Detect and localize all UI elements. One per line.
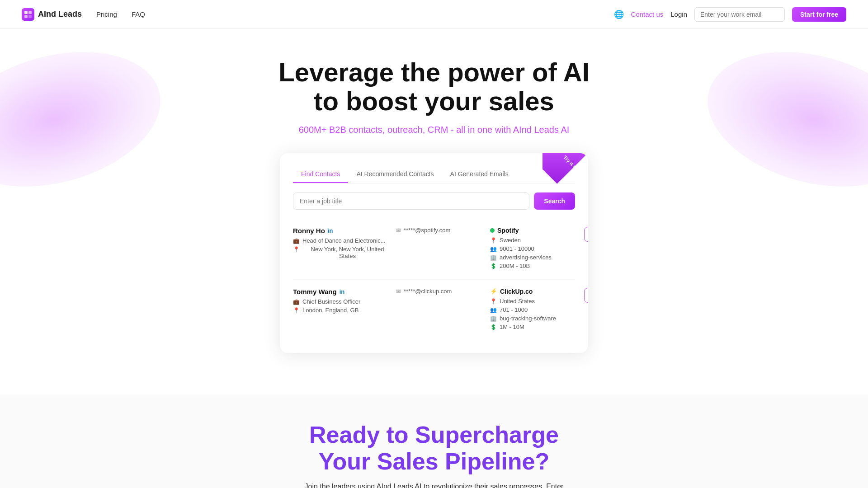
demo-container: Try it now Find Contacts AI Recommended … (22, 153, 846, 353)
globe-button[interactable]: 🌐 (614, 9, 624, 19)
contact-company-1: Spotify 📍 Sweden 👥 9001 - 10000 🏢 advert… (490, 227, 580, 271)
pin-icon-2: 📍 (293, 307, 300, 314)
company-industry-2: 🏢 bug-tracking-software (490, 315, 580, 322)
svg-rect-3 (28, 15, 32, 18)
contact-location-1: 📍 New York, New York, United States (293, 246, 392, 259)
company-industry-1: 🏢 advertising-services (490, 254, 580, 261)
email-value-2: ✉ *****@clickup.com (396, 288, 486, 295)
money-icon-1: 💲 (490, 263, 497, 269)
demo-card: Try it now Find Contacts AI Recommended … (280, 153, 588, 353)
company-employees-1: 👥 9001 - 10000 (490, 245, 580, 252)
logo-icon (22, 8, 34, 21)
add-contact-button-1[interactable]: 👤+ Add contact (584, 227, 588, 242)
contact-title-1: 💼 Head of Dance and Electronic... (293, 237, 392, 244)
login-link[interactable]: Login (670, 10, 687, 18)
contact-location-2: 📍 London, England, GB (293, 307, 392, 314)
add-contact-button-2[interactable]: 👤+ Add contact (584, 288, 588, 303)
nav-pricing[interactable]: Pricing (96, 10, 117, 18)
contact-info-2: Tommy Wang in 💼 Chief Business Officer 📍… (293, 288, 392, 315)
logo[interactable]: AInd Leads (22, 8, 82, 21)
company-country-2: 📍 United States (490, 298, 580, 305)
start-free-button[interactable]: Start for free (792, 7, 846, 22)
navbar-left: AInd Leads Pricing FAQ (22, 8, 145, 21)
hero-subtitle: 600M+ B2B contacts, outreach, CRM - all … (22, 125, 846, 135)
company-employees-2: 👥 701 - 1000 (490, 306, 580, 313)
company-name-1: Spotify (490, 227, 580, 234)
email-icon-1: ✉ (396, 227, 401, 234)
company-dot-1 (490, 228, 495, 233)
tab-ai-emails[interactable]: AI Generated Emails (442, 166, 517, 183)
contact-row: Ronny Ho in 💼 Head of Dance and Electron… (293, 219, 575, 280)
tab-ai-recommended[interactable]: AI Recommended Contacts (348, 166, 442, 183)
clickup-icon: ⚡ (490, 288, 497, 295)
people-icon-2: 👥 (490, 307, 497, 313)
contact-name-2: Tommy Wang in (293, 288, 392, 296)
navbar-right: 🌐 Contact us Login Start for free (614, 7, 846, 22)
tabs-container: Find Contacts AI Recommended Contacts AI… (293, 166, 575, 183)
briefcase-icon-1: 💼 (293, 238, 300, 244)
email-value-1: ✉ *****@spotify.com (396, 227, 486, 234)
logo-text: AInd Leads (38, 9, 82, 19)
contact-info-1: Ronny Ho in 💼 Head of Dance and Electron… (293, 227, 392, 261)
contact-row-2: Tommy Wang in 💼 Chief Business Officer 📍… (293, 280, 575, 340)
hero-section: Leverage the power of AI to boost your s… (0, 29, 868, 394)
job-title-input[interactable] (293, 192, 529, 210)
location-icon-2: 📍 (490, 298, 497, 305)
contact-email-2: ✉ *****@clickup.com (396, 288, 486, 296)
company-revenue-2: 💲 1M - 10M (490, 324, 580, 330)
email-input-nav[interactable] (694, 7, 785, 22)
contact-name-1: Ronny Ho in (293, 227, 392, 235)
location-icon-1: 📍 (490, 237, 497, 244)
try-it-badge: Try it now (542, 153, 588, 198)
bottom-title: Ready to Supercharge Your Sales Pipeline… (22, 422, 846, 476)
bottom-section: Ready to Supercharge Your Sales Pipeline… (0, 394, 868, 488)
add-contact-wrap-2: 👤+ Add contact (584, 288, 588, 303)
add-contact-wrap-1: 👤+ Add contact (584, 227, 588, 242)
svg-rect-1 (28, 11, 32, 14)
contact-link[interactable]: Contact us (631, 10, 664, 18)
pin-icon-1: 📍 (293, 246, 300, 253)
nav-faq[interactable]: FAQ (132, 10, 145, 18)
contact-company-2: ⚡ ClickUp.co 📍 United States 👥 701 - 100… (490, 288, 580, 332)
bottom-subtitle: Join the leaders using AInd Leads AI to … (298, 483, 570, 488)
linkedin-icon-2: in (340, 288, 345, 295)
navbar: AInd Leads Pricing FAQ 🌐 Contact us Logi… (0, 0, 868, 29)
email-icon-2: ✉ (396, 288, 401, 295)
search-row: Search (293, 192, 575, 210)
svg-rect-0 (24, 11, 28, 14)
company-name-2: ⚡ ClickUp.co (490, 288, 580, 295)
company-country-1: 📍 Sweden (490, 237, 580, 244)
building-icon-1: 🏢 (490, 254, 497, 261)
contact-email-1: ✉ *****@spotify.com (396, 227, 486, 235)
hero-title: Leverage the power of AI to boost your s… (22, 58, 846, 116)
building-icon-2: 🏢 (490, 315, 497, 322)
briefcase-icon-2: 💼 (293, 299, 300, 305)
contact-title-2: 💼 Chief Business Officer (293, 298, 392, 305)
svg-rect-2 (24, 15, 28, 18)
people-icon-1: 👥 (490, 246, 497, 252)
tab-find-contacts[interactable]: Find Contacts (293, 166, 348, 183)
linkedin-icon-1: in (328, 227, 333, 234)
company-revenue-1: 💲 200M - 10B (490, 263, 580, 269)
money-icon-2: 💲 (490, 324, 497, 330)
